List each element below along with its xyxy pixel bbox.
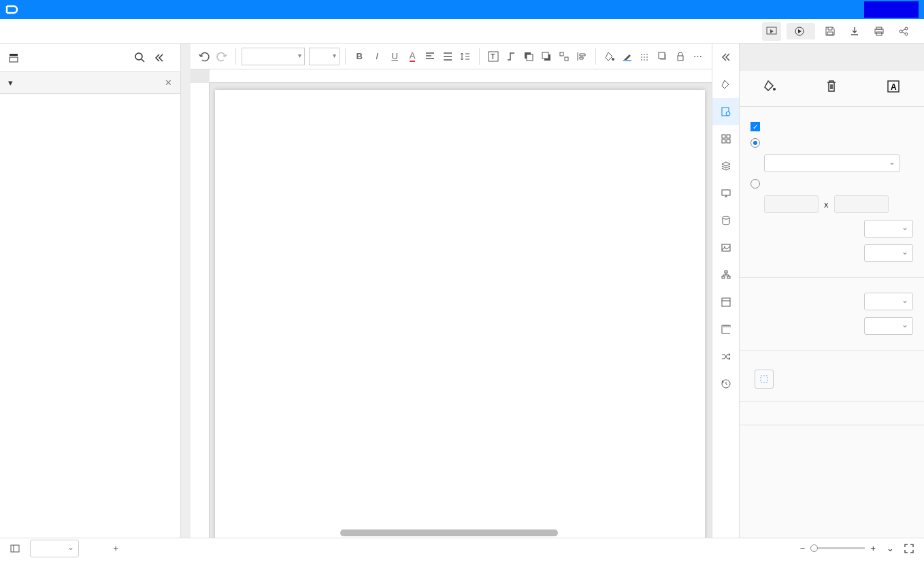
line-style-icon[interactable] <box>637 46 653 67</box>
front-icon[interactable] <box>521 46 537 67</box>
titlebar <box>0 0 924 19</box>
vertical-scrollbar[interactable] <box>181 44 191 538</box>
align-objects-icon[interactable] <box>574 46 590 67</box>
image-icon[interactable] <box>712 234 739 261</box>
back-icon[interactable] <box>538 46 555 67</box>
canvas[interactable]: B I U A T ⋯ <box>191 44 712 538</box>
group-icon[interactable] <box>556 46 572 67</box>
svg-rect-30 <box>722 190 730 195</box>
menubar <box>0 19 924 44</box>
svg-rect-27 <box>727 135 730 138</box>
library-icon <box>8 52 19 63</box>
collapse-icon[interactable] <box>153 48 172 67</box>
expand-icon[interactable] <box>712 44 739 71</box>
page-tab[interactable] <box>93 546 106 551</box>
undo-icon[interactable] <box>196 46 212 67</box>
svg-point-6 <box>905 27 908 30</box>
svg-point-25 <box>726 112 730 116</box>
window-view-icon[interactable] <box>712 289 739 316</box>
search-icon[interactable] <box>134 48 153 67</box>
fill-icon[interactable] <box>601 46 618 67</box>
svg-rect-36 <box>727 276 730 278</box>
shadow-icon[interactable] <box>655 46 671 67</box>
zoom-out-icon[interactable]: − <box>800 543 806 553</box>
svg-rect-29 <box>727 140 730 143</box>
zoom-in-icon[interactable]: + <box>870 543 876 553</box>
page-select[interactable] <box>30 540 79 557</box>
svg-point-19 <box>612 58 614 61</box>
hierarchy-icon[interactable] <box>712 261 739 289</box>
italic-icon[interactable]: I <box>369 46 385 67</box>
orientation-select[interactable] <box>864 220 913 238</box>
ruler-guides-icon[interactable] <box>712 316 739 343</box>
zoom-slider[interactable] <box>810 547 865 549</box>
text-color-icon[interactable]: A <box>404 46 420 67</box>
data-icon[interactable] <box>712 207 739 234</box>
custom-radio[interactable] <box>750 179 913 189</box>
align-v-icon[interactable] <box>440 46 456 67</box>
svg-point-7 <box>905 33 908 35</box>
share-icon[interactable] <box>894 22 913 41</box>
predefined-radio[interactable] <box>750 138 913 148</box>
remove-background-tool[interactable] <box>824 79 839 98</box>
redo-icon[interactable] <box>214 46 230 67</box>
download-icon[interactable] <box>845 22 864 41</box>
print-icon[interactable] <box>870 22 889 41</box>
window-controls[interactable] <box>864 1 919 18</box>
app-logo-icon <box>5 3 18 16</box>
svg-text:T: T <box>491 52 495 61</box>
layout-grid-icon[interactable] <box>712 125 739 152</box>
close-category-icon[interactable]: ✕ <box>165 78 172 88</box>
background-tool[interactable] <box>763 79 778 98</box>
svg-rect-37 <box>722 298 730 306</box>
svg-rect-26 <box>722 135 725 138</box>
svg-rect-16 <box>542 52 548 59</box>
underline-icon[interactable]: U <box>386 46 403 67</box>
svg-rect-14 <box>527 54 533 61</box>
page-canvas[interactable] <box>215 90 705 538</box>
text-tool-icon[interactable]: T <box>485 46 501 67</box>
right-tool-strip <box>712 44 739 538</box>
connector-icon[interactable] <box>503 46 519 67</box>
slideshow-icon[interactable] <box>762 22 781 41</box>
save-icon[interactable] <box>821 22 840 41</box>
history-icon[interactable] <box>712 370 739 397</box>
page-panel-icon[interactable] <box>5 539 24 558</box>
font-family-select[interactable] <box>242 48 305 65</box>
layers-icon[interactable] <box>712 152 739 180</box>
line-spacing-icon[interactable] <box>457 46 474 67</box>
horizontal-scrollbar[interactable] <box>340 529 558 536</box>
svg-point-5 <box>900 30 902 33</box>
svg-text:A: A <box>891 82 897 92</box>
theme-icon[interactable] <box>712 71 739 98</box>
category-header[interactable]: ▾ ✕ <box>0 72 180 94</box>
add-page-icon[interactable]: + <box>106 539 125 558</box>
page-number-position-select[interactable] <box>864 317 913 335</box>
page-number-style-select[interactable] <box>864 293 913 310</box>
more-icon[interactable]: ⋯ <box>690 46 706 67</box>
present-button[interactable] <box>787 23 815 39</box>
genogram-diagram <box>215 90 705 538</box>
width-input[interactable] <box>764 195 819 213</box>
page-size-select[interactable] <box>764 154 900 172</box>
font-size-select[interactable] <box>309 48 340 65</box>
page-settings-icon[interactable] <box>712 98 739 125</box>
svg-point-31 <box>723 216 729 219</box>
align-h-icon[interactable] <box>422 46 438 67</box>
svg-rect-28 <box>722 140 725 143</box>
shuffle-icon[interactable] <box>712 343 739 370</box>
ruler-horizontal <box>210 69 712 83</box>
stroke-icon[interactable] <box>619 46 636 67</box>
svg-rect-23 <box>678 56 683 61</box>
svg-rect-8 <box>10 54 18 56</box>
bold-icon[interactable]: B <box>351 46 367 67</box>
formatting-toolbar: B I U A T ⋯ <box>191 44 712 69</box>
fullscreen-icon[interactable] <box>900 539 919 558</box>
presentation-icon[interactable] <box>712 180 739 207</box>
auto-size-checkbox[interactable]: ✓ <box>750 122 913 131</box>
watermark-tool[interactable]: A <box>886 79 901 98</box>
height-input[interactable] <box>834 195 889 213</box>
lock-icon[interactable] <box>672 46 689 67</box>
fit-to-drawing-button[interactable] <box>750 365 913 393</box>
unit-select[interactable] <box>864 244 913 262</box>
